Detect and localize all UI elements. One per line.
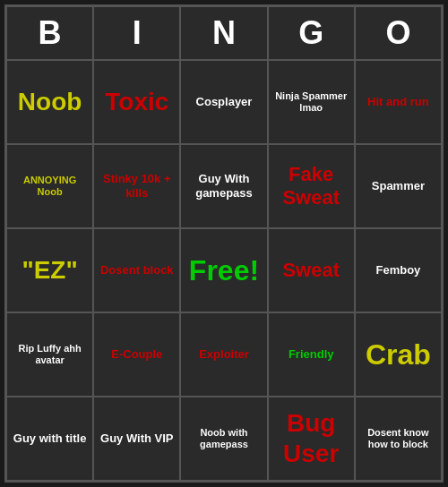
bingo-cell-6: Stinky 10k + kills <box>93 144 180 228</box>
bingo-letter-B: B <box>6 6 93 60</box>
bingo-header: BINGO <box>6 6 442 60</box>
bingo-letter-I: I <box>93 6 180 60</box>
bingo-cell-2: Cosplayer <box>180 60 267 144</box>
bingo-letter-O: O <box>355 6 442 60</box>
bingo-cell-1: Toxic <box>93 60 180 144</box>
bingo-cell-10: "EZ" <box>6 228 93 312</box>
bingo-cell-5: ANNOYING Noob <box>6 144 93 228</box>
bingo-cell-23: Bug User <box>268 397 355 481</box>
bingo-cell-20: Guy with title <box>6 397 93 481</box>
bingo-cell-15: Rip Luffy ahh avatar <box>6 312 93 397</box>
bingo-cell-13: Sweat <box>268 228 355 312</box>
bingo-letter-G: G <box>268 6 355 60</box>
bingo-cell-21: Guy With VIP <box>93 397 180 481</box>
bingo-letter-N: N <box>180 6 267 60</box>
bingo-cell-3: Ninja Spammer lmao <box>268 60 355 144</box>
bingo-cell-14: Femboy <box>355 228 442 312</box>
bingo-cell-7: Guy With gamepass <box>180 144 267 228</box>
bingo-cell-9: Spammer <box>355 144 442 228</box>
bingo-grid: NoobToxicCosplayerNinja Spammer lmaoHit … <box>6 60 442 481</box>
bingo-cell-18: Friendly <box>268 312 355 397</box>
bingo-cell-22: Noob with gamepass <box>180 397 267 481</box>
bingo-cell-8: Fake Sweat <box>268 144 355 228</box>
bingo-cell-0: Noob <box>6 60 93 144</box>
bingo-cell-16: E-Couple <box>93 312 180 397</box>
bingo-cell-17: Exploiter <box>180 312 267 397</box>
bingo-cell-4: Hit and run <box>355 60 442 144</box>
bingo-cell-24: Dosent know how to block <box>355 397 442 481</box>
bingo-cell-12: Free! <box>180 228 267 312</box>
bingo-card: BINGO NoobToxicCosplayerNinja Spammer lm… <box>4 4 444 483</box>
bingo-cell-19: Crab <box>355 312 442 397</box>
bingo-cell-11: Dosent block <box>93 228 180 312</box>
